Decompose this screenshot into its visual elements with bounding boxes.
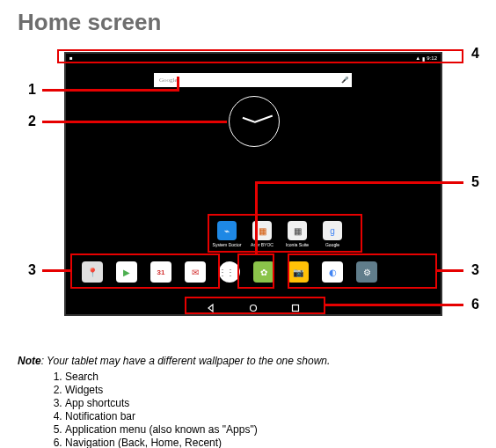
legend-item-4: Notification bar [65, 410, 478, 423]
callout-3-number-right: 3 [471, 262, 479, 278]
leader-3l [42, 269, 70, 272]
callout-4-box [57, 49, 463, 63]
leader-3r [437, 269, 463, 272]
callout-3-left-box [70, 253, 220, 289]
callout-3-right-box [288, 253, 437, 289]
leader-6 [325, 304, 463, 306]
legend-item-3: App shortcuts [65, 397, 478, 410]
leader-1v [177, 77, 179, 92]
callout-4-number: 4 [471, 46, 479, 62]
callout-3-number-left: 3 [28, 262, 36, 278]
callout-6-box [185, 297, 325, 314]
clock-widget[interactable] [229, 96, 280, 147]
leader-1 [42, 89, 179, 92]
note-text: Note: Your tablet may have a different w… [18, 355, 478, 367]
mic-icon[interactable]: 🎤 [338, 77, 352, 84]
callout-6-number: 6 [471, 297, 479, 312]
callout-2-number: 2 [28, 114, 36, 129]
callout-folders-box [208, 214, 362, 253]
page-title: Home screen [18, 9, 478, 36]
callout-5-box [237, 253, 274, 289]
leader-5h [255, 181, 463, 184]
callout-1-number: 1 [28, 82, 36, 98]
legend-list: Search Widgets App shortcuts Notificatio… [49, 371, 478, 448]
leader-2 [42, 121, 227, 123]
legend-item-5: Application menu (also known as "Apps") [65, 423, 478, 437]
legend-item-6: Navigation (Back, Home, Recent) [65, 437, 478, 448]
legend-item-1: Search [65, 371, 478, 384]
callout-5-number: 5 [471, 174, 479, 190]
search-input[interactable]: Google 🎤 [154, 73, 352, 87]
legend-item-2: Widgets [65, 384, 478, 397]
homescreen-figure: ■ ▲ ▮ 9:12 Google 🎤 ⌁ System Doctor ▦ Ac… [18, 52, 475, 342]
note-body: : Your tablet may have a different wallp… [41, 355, 331, 367]
note-label: Note [18, 355, 41, 367]
